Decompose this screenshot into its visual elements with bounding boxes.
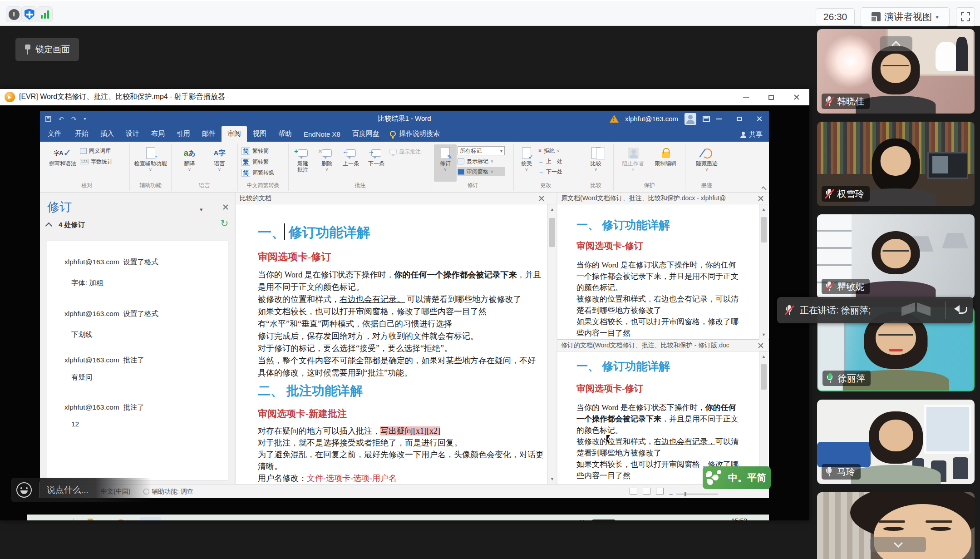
restrict-editing-button[interactable]: 限制编辑 <box>651 144 680 182</box>
refresh-icon[interactable]: ↻ <box>220 218 228 229</box>
compared-scrollbar[interactable]: ▲ ▼ <box>547 204 556 484</box>
compared-pane-close-button[interactable] <box>538 195 545 202</box>
spelling-grammar-button[interactable]: 字A✓ 拼写和语法 <box>46 144 79 182</box>
tab-file[interactable]: 文件 <box>40 126 69 142</box>
tab-insert[interactable]: 插入 <box>94 126 120 142</box>
zoom-thumb[interactable] <box>685 492 686 496</box>
participants-scroll-up-button[interactable] <box>880 36 912 51</box>
scrollbar-thumb[interactable] <box>549 218 555 247</box>
tab-endnote[interactable]: EndNote X8 <box>298 127 346 142</box>
view-mode-button[interactable]: 演讲者视图 ▾ <box>861 7 950 26</box>
lock-screen-button[interactable]: 锁定画面 <box>15 38 79 61</box>
original-pane-close-button[interactable] <box>757 195 764 202</box>
check-accessibility-button[interactable]: ◔ 检查辅助功能 ˅ <box>133 144 169 182</box>
translate-button[interactable]: aあ 翻译 ˅ <box>177 144 202 182</box>
chat-input[interactable]: 说点什么... <box>47 484 89 496</box>
reviewing-pane-button[interactable]: 审阅窗格˅ <box>458 167 505 176</box>
browser-icon[interactable] <box>115 519 126 520</box>
meeting-info-button[interactable]: i <box>6 6 22 22</box>
previous-comment-button[interactable]: ← 上一条 <box>339 144 363 182</box>
scroll-down-icon[interactable]: ▼ <box>759 330 768 340</box>
thesaurus-button[interactable]: 同义词库 <box>80 146 113 155</box>
revised-scrollbar[interactable]: ▲ ▼ <box>759 351 768 484</box>
new-comment-button[interactable]: + 新建批注 <box>291 144 315 182</box>
tab-review[interactable]: 审阅 <box>222 126 247 142</box>
reject-button[interactable]: ×拒绝˅ <box>538 146 562 155</box>
scrollbar-thumb[interactable] <box>761 217 767 242</box>
revision-entry[interactable]: xlphfut@163.com 批注了 <box>64 403 144 412</box>
convert-button[interactable]: 简简繁转换 <box>241 168 286 177</box>
compared-document-body[interactable]: 一、 修订功能详解 审阅选项卡-修订 当你的 Word 是在修订状态下操作时，你… <box>236 204 547 484</box>
all-markup-dropdown[interactable]: 所有标记▾ <box>458 146 505 155</box>
tab-design[interactable]: 设计 <box>120 126 145 142</box>
delete-comment-button[interactable]: × 删除 ˅ <box>316 144 338 182</box>
zoom-slider[interactable]: − <box>669 490 728 498</box>
collapse-icon[interactable] <box>45 222 53 229</box>
taskbar-clock[interactable]: 15:52 2022/3/27 <box>719 517 747 520</box>
simplified-to-traditional-button[interactable]: 繁简转繁 <box>241 157 286 166</box>
revised-pane-close-button[interactable] <box>757 342 764 349</box>
language-button[interactable]: A字 语言 ˅ <box>207 144 232 182</box>
undo-icon[interactable]: ↶ <box>59 115 64 123</box>
redo-icon[interactable]: ↷ <box>71 115 77 123</box>
meeting-security-button[interactable] <box>21 6 37 22</box>
revisions-pane-close-button[interactable] <box>222 203 229 211</box>
zoom-out-icon[interactable]: − <box>669 490 673 498</box>
account-avatar[interactable] <box>685 113 696 125</box>
tab-baidu-pan[interactable]: 百度网盘 <box>346 126 385 142</box>
zoom-track[interactable] <box>676 494 718 495</box>
tab-layout[interactable]: 布局 <box>145 126 171 142</box>
participants-scroll-down-button[interactable] <box>870 537 926 552</box>
word-taskbar-icon[interactable]: W <box>140 517 161 520</box>
tab-references[interactable]: 引用 <box>171 126 196 142</box>
ime-indicator[interactable]: 中 <box>690 520 697 521</box>
player-titlebar[interactable]: ▶ [EVR] Word文档修订、批注、比较和保护.mp4 - 射手影音播放器 <box>0 89 809 105</box>
scroll-up-icon[interactable]: ▲ <box>759 204 768 214</box>
participant-tile[interactable]: 权雪玲 <box>817 122 975 206</box>
network-status-button[interactable] <box>37 6 53 22</box>
player-close-button[interactable] <box>784 89 809 105</box>
tab-home[interactable]: 开始 <box>69 126 94 142</box>
show-comments-button[interactable]: 显示批注 <box>389 147 421 156</box>
word-count-button[interactable]: 123字数统计 <box>80 157 113 166</box>
pane-options-icon[interactable]: ▾ <box>200 206 203 213</box>
participant-tile[interactable]: 马玲 <box>817 400 975 484</box>
revision-entry[interactable]: xlphfut@163.com 设置了格式 <box>64 257 158 267</box>
show-markup-button[interactable]: 显示标记˅ <box>458 157 505 166</box>
word-restore-button[interactable] <box>729 111 749 126</box>
qat-customize-icon[interactable]: ▾ <box>84 116 86 121</box>
word-close-button[interactable] <box>749 111 769 126</box>
scroll-up-icon[interactable]: ▲ <box>548 204 556 214</box>
scroll-up-icon[interactable]: ▲ <box>759 351 768 361</box>
tab-mailings[interactable]: 邮件 <box>196 126 222 142</box>
participant-tile[interactable]: 瞿敏妮 <box>817 214 975 299</box>
fullscreen-button[interactable] <box>956 7 975 26</box>
original-scrollbar[interactable]: ▲ ▼ <box>759 204 768 340</box>
revision-entry[interactable]: xlphfut@163.com 设置了格式 <box>64 309 158 319</box>
accept-button[interactable]: ✓ 接受 ˅ <box>516 144 537 182</box>
reply-arrow-icon[interactable] <box>954 303 968 316</box>
video-content[interactable]: ↶ ↷ ▾ 比较结果1 - Word xlphfut@163.com <box>0 105 809 520</box>
next-change-button[interactable]: →下一处 <box>538 167 562 176</box>
block-authors-button[interactable]: 阻止作者 ˅ <box>619 144 648 182</box>
next-comment-button[interactable]: → 下一条 <box>364 144 389 182</box>
word-minimize-button[interactable] <box>709 111 729 126</box>
share-button[interactable]: 共享 <box>740 130 763 139</box>
scrollbar-thumb[interactable] <box>761 364 767 390</box>
tab-help[interactable]: 帮助 <box>272 126 298 142</box>
tab-view[interactable]: 视图 <box>247 126 272 142</box>
compare-button[interactable]: 比较 ˅ <box>582 144 610 182</box>
battery-indicator[interactable]: 97% <box>592 519 616 520</box>
view-shortcuts[interactable] <box>630 488 664 495</box>
player-maximize-button[interactable] <box>758 89 784 105</box>
revision-entry[interactable]: xlphfut@163.com 批注了 <box>64 356 144 365</box>
traditional-to-simplified-button[interactable]: 简繁转简 <box>241 146 286 155</box>
emoji-button[interactable] <box>16 482 32 498</box>
tell-me-search[interactable]: 操作说明搜索 <box>385 126 444 142</box>
hide-ink-button[interactable]: 隐藏墨迹 ˅ <box>692 144 721 182</box>
previous-change-button[interactable]: ←上一处 <box>538 157 562 166</box>
save-icon[interactable] <box>45 116 51 122</box>
ribbon-collapse-icon[interactable] <box>761 186 766 191</box>
track-changes-button[interactable]: ✎ 修订 ˅ <box>434 144 457 182</box>
player-minimize-button[interactable] <box>733 89 758 105</box>
